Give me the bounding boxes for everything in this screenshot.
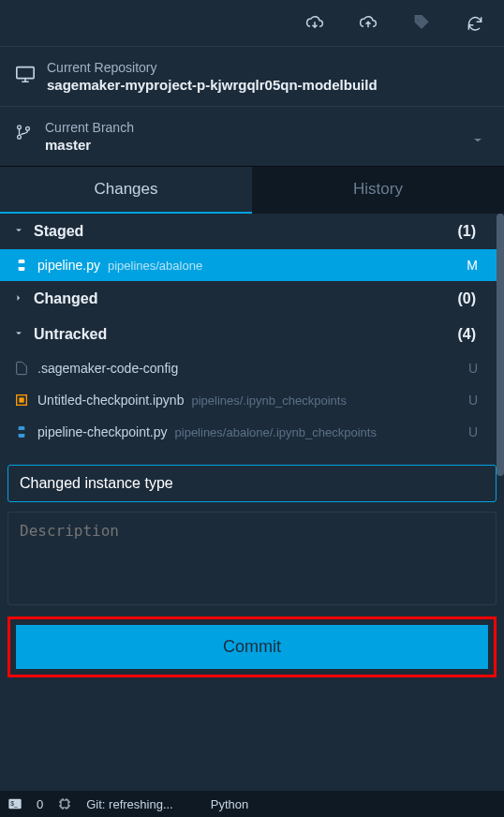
file-path: pipelines/.ipynb_checkpoints bbox=[191, 394, 347, 408]
file-status: M bbox=[467, 258, 478, 273]
svg-point-4 bbox=[26, 126, 30, 130]
tabs: Changes History bbox=[0, 167, 504, 214]
file-path: pipelines/abalone bbox=[108, 259, 202, 273]
python-file-icon bbox=[13, 423, 30, 440]
file-status: U bbox=[468, 424, 478, 439]
untracked-count: (4) bbox=[457, 326, 476, 343]
count-status[interactable]: 0 bbox=[37, 797, 43, 811]
file-name: pipeline-checkpoint.py bbox=[37, 424, 168, 439]
changes-content: Staged (1) pipeline.py pipelines/abalone… bbox=[0, 214, 504, 685]
file-name: Untitled-checkpoint.ipynb bbox=[37, 393, 184, 408]
caret-right-icon bbox=[13, 290, 26, 307]
file-status: U bbox=[468, 393, 478, 408]
commit-description-input[interactable] bbox=[7, 512, 497, 605]
status-bar: $_ 0 Git: refreshing... Python bbox=[0, 791, 504, 817]
git-status[interactable]: Git: refreshing... bbox=[86, 797, 172, 811]
changed-label: Changed bbox=[34, 290, 97, 307]
commit-button-highlight: Commit bbox=[7, 616, 497, 677]
file-icon bbox=[13, 360, 30, 377]
tab-history[interactable]: History bbox=[252, 167, 504, 214]
commit-summary-input[interactable] bbox=[7, 465, 497, 502]
changed-section-header[interactable]: Changed (0) bbox=[0, 281, 504, 317]
scrollbar[interactable] bbox=[497, 214, 504, 476]
branch-icon bbox=[15, 124, 34, 142]
python-file-icon bbox=[13, 257, 30, 274]
staged-count: (1) bbox=[457, 223, 476, 240]
terminal-status[interactable]: $_ bbox=[7, 796, 22, 811]
file-status: U bbox=[468, 361, 478, 376]
file-row[interactable]: Untitled-checkpoint.ipynb pipelines/.ipy… bbox=[0, 384, 504, 416]
svg-point-2 bbox=[18, 126, 22, 129]
repo-name: sagemaker-myproject-p-kjwrgqlr05qn-model… bbox=[47, 77, 378, 93]
svg-text:$_: $_ bbox=[10, 800, 18, 808]
tab-changes[interactable]: Changes bbox=[0, 167, 252, 214]
cloud-download-icon[interactable] bbox=[304, 13, 325, 34]
file-row[interactable]: pipeline-checkpoint.py pipelines/abalone… bbox=[0, 416, 504, 448]
staged-section-header[interactable]: Staged (1) bbox=[0, 214, 504, 249]
notebook-file-icon bbox=[13, 392, 30, 408]
refresh-icon[interactable] bbox=[465, 13, 485, 34]
caret-down-icon bbox=[13, 223, 26, 240]
monitor-icon bbox=[15, 64, 36, 84]
cloud-upload-icon[interactable] bbox=[358, 13, 378, 34]
changed-count: (0) bbox=[457, 290, 476, 307]
file-path: pipelines/abalone/.ipynb_checkpoints bbox=[175, 425, 377, 439]
svg-rect-9 bbox=[61, 800, 68, 808]
branch-name: master bbox=[45, 137, 134, 153]
chevron-down-icon bbox=[470, 133, 485, 152]
kernel-icon[interactable] bbox=[57, 796, 72, 811]
svg-rect-6 bbox=[19, 397, 23, 402]
repo-label: Current Repository bbox=[47, 60, 378, 75]
tag-icon[interactable] bbox=[411, 13, 432, 34]
svg-rect-1 bbox=[17, 67, 34, 79]
untracked-label: Untracked bbox=[34, 326, 107, 343]
current-branch[interactable]: Current Branch master bbox=[0, 107, 504, 167]
untracked-section-header[interactable]: Untracked (4) bbox=[0, 317, 504, 352]
branch-label: Current Branch bbox=[45, 120, 134, 135]
file-row[interactable]: pipeline.py pipelines/abalone M bbox=[0, 249, 504, 281]
caret-down-icon bbox=[13, 326, 26, 343]
svg-point-3 bbox=[18, 135, 22, 139]
commit-area: Commit bbox=[0, 457, 504, 685]
svg-point-0 bbox=[417, 19, 420, 22]
current-repository: Current Repository sagemaker-myproject-p… bbox=[0, 47, 504, 107]
file-name: .sagemaker-code-config bbox=[37, 361, 178, 376]
file-name: pipeline.py bbox=[37, 258, 100, 273]
file-row[interactable]: .sagemaker-code-config U bbox=[0, 352, 504, 384]
staged-label: Staged bbox=[34, 223, 83, 240]
top-toolbar bbox=[0, 0, 504, 47]
language-status[interactable]: Python bbox=[211, 797, 248, 811]
commit-button[interactable]: Commit bbox=[16, 625, 488, 669]
